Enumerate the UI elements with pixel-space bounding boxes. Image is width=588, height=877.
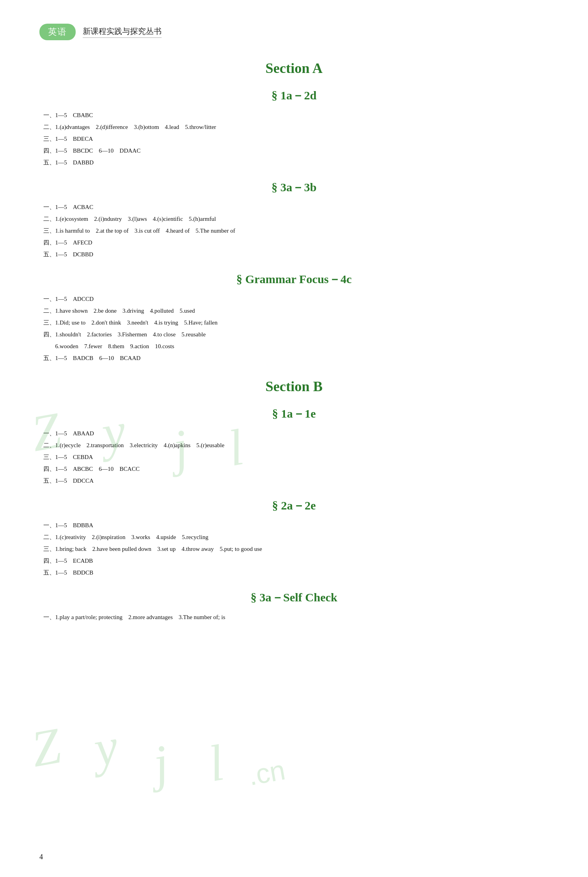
page: 英语 新课程实践与探究丛书 Section A § 1a－2d 一、1—5 CB…	[0, 0, 588, 877]
subsection-1a1e-title: § 1a－1e	[39, 406, 549, 422]
subsection-3a3b-title: § 3a－3b	[39, 179, 549, 196]
content-3a-selfcheck: 一、1.play a part/role; protecting 2.more …	[39, 611, 549, 623]
section-b-title: Section B	[39, 378, 549, 395]
line-2a2e-3: 三、1.bring; back 2.have been pulled down …	[39, 543, 549, 555]
line-1a1e-1: 一、1—5 ABAAD	[39, 427, 549, 439]
line-grammar-4: 四、1.shouldn't 2.factories 3.Fishermen 4.…	[39, 328, 549, 340]
line-2a2e-4: 四、1—5 ECADB	[39, 555, 549, 567]
page-number: 4	[39, 853, 43, 861]
line-2a2e-5: 五、1—5 BDDCB	[39, 567, 549, 578]
line-grammar-1: 一、1—5 ADCCD	[39, 293, 549, 305]
subsection-grammar-title: § Grammar Focus－4c	[39, 271, 549, 287]
line-3a3b-4: 四、1—5 AFECD	[39, 237, 549, 248]
line-1a2d-5: 五、1—5 DABBD	[39, 157, 549, 168]
line-1a2d-2: 二、1.(a)dvantages 2.(d)ifference 3.(b)ott…	[39, 121, 549, 133]
header-badge: 英语	[39, 24, 76, 40]
content-1a2d: 一、1—5 CBABC 二、1.(a)dvantages 2.(d)iffere…	[39, 109, 549, 168]
line-1a1e-5: 五、1—5 DDCCA	[39, 475, 549, 487]
line-2a2e-2: 二、1.(c)reativity 2.(i)nspiration 3.works…	[39, 531, 549, 543]
line-3a3b-1: 一、1—5 ACBAC	[39, 201, 549, 213]
line-1a1e-3: 三、1—5 CEBDA	[39, 451, 549, 463]
line-2a2e-1: 一、1—5 BDBBA	[39, 519, 549, 531]
subsection-1a2d-title: § 1a－2d	[39, 88, 549, 104]
content-grammar: 一、1—5 ADCCD 二、1.have shown 2.be done 3.d…	[39, 293, 549, 364]
line-1a1e-4: 四、1—5 ABCBC 6—10 BCACC	[39, 463, 549, 475]
watermark-b-cn: .cn	[246, 754, 288, 791]
line-1a2d-4: 四、1—5 BBCDC 6—10 DDAAC	[39, 145, 549, 157]
watermark-b-y: y	[89, 716, 122, 778]
watermark-b-l: l	[204, 733, 228, 793]
line-1a2d-1: 一、1—5 CBABC	[39, 109, 549, 121]
line-grammar-3: 三、1.Did; use to 2.don't think 3.needn't …	[39, 317, 549, 328]
watermark-b-z: Z	[27, 716, 65, 779]
header-subtitle: 新课程实践与探究丛书	[83, 26, 162, 38]
content-3a3b: 一、1—5 ACBAC 二、1.(e)cosystem 2.(i)ndustry…	[39, 201, 549, 260]
content-2a2e: 一、1—5 BDBBA 二、1.(c)reativity 2.(i)nspira…	[39, 519, 549, 578]
subsection-3a-selfcheck-title: § 3a－Self Check	[39, 590, 549, 606]
line-1a1e-2: 二、1.(r)ecycle 2.transportation 3.electri…	[39, 439, 549, 451]
line-3a3b-5: 五、1—5 DCBBD	[39, 248, 549, 260]
line-1a2d-3: 三、1—5 BDECA	[39, 133, 549, 145]
line-grammar-2: 二、1.have shown 2.be done 3.driving 4.pol…	[39, 305, 549, 317]
line-3a3b-3: 三、1.is harmful to 2.at the top of 3.is c…	[39, 225, 549, 237]
line-grammar-5: 五、1—5 BADCB 6—10 BCAAD	[39, 352, 549, 364]
watermark-b-j: j	[149, 733, 173, 793]
line-grammar-4b: 6.wooden 7.fewer 8.them 9.action 10.cost…	[39, 340, 549, 352]
header: 英语 新课程实践与探究丛书	[39, 24, 549, 40]
line-3a3b-2: 二、1.(e)cosystem 2.(i)ndustry 3.(l)aws 4.…	[39, 213, 549, 225]
section-a-title: Section A	[39, 60, 549, 77]
line-3a-sc-1: 一、1.play a part/role; protecting 2.more …	[39, 611, 549, 623]
content-1a1e: 一、1—5 ABAAD 二、1.(r)ecycle 2.transportati…	[39, 427, 549, 487]
subsection-2a2e-title: § 2a－2e	[39, 498, 549, 514]
